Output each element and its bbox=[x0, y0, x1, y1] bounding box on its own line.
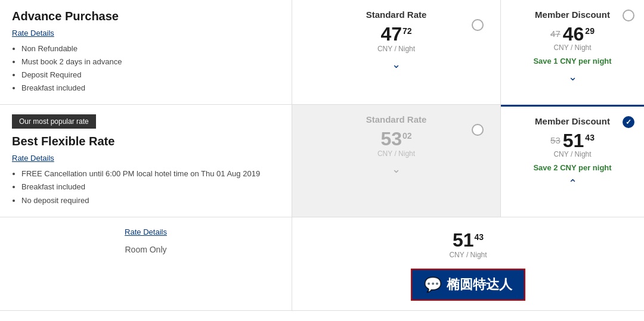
member-price-sup-advance: 29 bbox=[585, 27, 595, 35]
standard-chevron-flexible[interactable]: ⌄ bbox=[299, 163, 493, 176]
member-price-main-flexible: 51 bbox=[563, 131, 584, 150]
expanded-price-sup: 43 bbox=[475, 233, 484, 241]
standard-price-main-advance: 47 bbox=[380, 24, 402, 43]
member-price-label-flexible: CNY / Night bbox=[508, 150, 637, 158]
member-price-main-advance: 46 bbox=[563, 24, 584, 43]
bullet-item: Deposit Required bbox=[21, 68, 280, 82]
member-radio-advance[interactable] bbox=[623, 10, 634, 21]
standard-price-block-flexible: 53 02 bbox=[299, 129, 493, 148]
wechat-banner[interactable]: 💬 椭圆特达人 bbox=[411, 269, 525, 301]
bullet-item: Breakfast included bbox=[21, 180, 280, 194]
standard-price-sup-advance: 72 bbox=[402, 27, 412, 35]
member-save-flexible: Save 2 CNY per night bbox=[508, 163, 637, 172]
member-chevron-advance[interactable]: ⌄ bbox=[508, 70, 637, 83]
rate-details-link-advance[interactable]: Rate Details bbox=[12, 29, 54, 38]
standard-price-label-advance: CNY / Night bbox=[299, 45, 493, 53]
rate-details-link-flexible[interactable]: Rate Details bbox=[12, 154, 54, 163]
standard-price-main-flexible: 53 bbox=[380, 129, 402, 148]
member-save-advance: Save 1 CNY per night bbox=[508, 57, 637, 66]
standard-price-sup-flexible: 02 bbox=[402, 132, 412, 140]
standard-chevron-advance[interactable]: ⌄ bbox=[299, 58, 493, 71]
member-header-advance: Member Discount bbox=[508, 10, 637, 20]
member-price-label-advance: CNY / Night bbox=[508, 43, 637, 52]
bullet-item: Breakfast included bbox=[21, 82, 280, 95]
wechat-text: 椭圆特达人 bbox=[447, 276, 512, 294]
bullet-item: FREE Cancellation until 6:00 PM local ho… bbox=[21, 167, 280, 180]
member-price-block-flexible: 53 51 43 bbox=[508, 131, 637, 150]
expanded-price-block: 51 43 bbox=[304, 230, 632, 250]
member-price-old-advance: 47 bbox=[550, 29, 561, 38]
expanded-price-label: CNY / Night bbox=[304, 251, 632, 259]
bullet-item: Non Refundable bbox=[21, 42, 280, 55]
standard-price-block-advance: 47 72 bbox=[299, 24, 493, 43]
member-discount-advance: Member Discount 47 46 29 CNY / Night Sav… bbox=[501, 0, 644, 104]
expanded-rate-details-link[interactable]: Rate Details bbox=[125, 227, 167, 236]
expanded-left: Rate Details Room Only bbox=[0, 217, 292, 310]
rate-title-advance: Advance Purchase bbox=[12, 10, 280, 23]
member-price-block-advance: 47 46 29 bbox=[508, 24, 637, 43]
room-only-label: Room Only bbox=[12, 245, 280, 254]
expanded-right: 51 43 CNY / Night 💬 椭圆特达人 bbox=[292, 217, 644, 310]
popular-badge: Our most popular rate bbox=[12, 114, 96, 129]
member-price-sup-flexible: 43 bbox=[585, 133, 595, 142]
rate-title-flexible: Best Flexible Rate bbox=[12, 135, 280, 148]
bullet-item: No deposit required bbox=[21, 194, 280, 207]
member-discount-flexible: Member Discount 53 51 43 CNY / Night Sav… bbox=[501, 105, 644, 216]
bullet-item: Must book 2 days in advance bbox=[21, 55, 280, 68]
standard-header-flexible: Standard Rate bbox=[299, 114, 493, 124]
standard-header-advance: Standard Rate bbox=[299, 10, 493, 20]
member-header-flexible: Member Discount bbox=[508, 116, 637, 126]
bullet-list-flexible: FREE Cancellation until 6:00 PM local ho… bbox=[12, 167, 280, 207]
rate-info-advance: Advance Purchase Rate Details Non Refund… bbox=[0, 0, 292, 104]
expanded-section: Rate Details Room Only 51 43 CNY / Night… bbox=[0, 217, 644, 311]
wechat-icon: 💬 bbox=[424, 276, 442, 293]
bullet-list-advance: Non Refundable Must book 2 days in advan… bbox=[12, 42, 280, 95]
member-radio-flexible[interactable] bbox=[623, 116, 634, 128]
standard-price-label-flexible: CNY / Night bbox=[299, 149, 493, 158]
standard-rate-advance: Standard Rate 47 72 CNY / Night ⌄ bbox=[292, 0, 501, 104]
standard-rate-flexible: Standard Rate 53 02 CNY / Night ⌄ bbox=[292, 105, 501, 216]
standard-radio-advance[interactable] bbox=[472, 19, 484, 31]
expanded-price-main: 51 bbox=[453, 230, 474, 250]
member-chevron-flexible[interactable]: ⌃ bbox=[508, 177, 637, 190]
member-price-old-flexible: 53 bbox=[550, 136, 561, 145]
rate-info-flexible: Our most popular rate Best Flexible Rate… bbox=[0, 105, 292, 216]
